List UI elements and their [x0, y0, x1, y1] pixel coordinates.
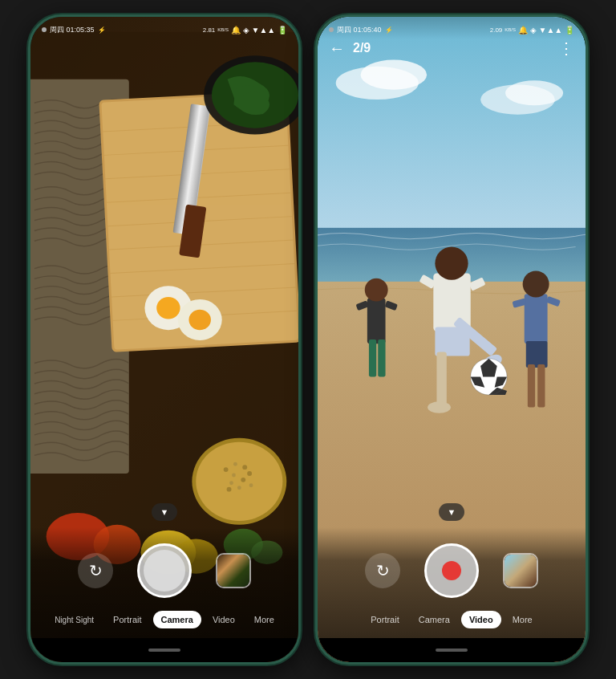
svg-point-46	[505, 80, 563, 105]
svg-point-31	[247, 471, 252, 476]
camera-controls-right: ↻ Portrait Camera Video More	[318, 527, 586, 638]
tab-camera-right[interactable]: Camera	[411, 611, 458, 628]
home-indicator-left	[148, 649, 180, 652]
status-time: 周四 01:05:35	[50, 25, 95, 35]
status-icon-bolt: ⚡	[98, 26, 106, 34]
svg-point-27	[242, 465, 247, 470]
camera-ui-right: ▼ ↻	[318, 503, 586, 662]
svg-point-32	[237, 486, 241, 490]
svg-point-20	[156, 297, 180, 319]
svg-rect-67	[528, 364, 535, 408]
svg-point-44	[361, 60, 427, 90]
tab-portrait-right[interactable]: Portrait	[363, 611, 407, 628]
svg-rect-51	[369, 340, 376, 376]
gallery-thumbnail-right[interactable]	[503, 553, 538, 588]
nav-bar-right	[318, 638, 586, 662]
tab-video[interactable]: Video	[205, 611, 243, 628]
photo-count: 2/9	[353, 41, 550, 55]
tab-video-right[interactable]: Video	[461, 611, 501, 628]
status-speed: 2.81	[203, 26, 216, 34]
mode-tabs-left: Night Sight Portrait Camera Video More	[30, 611, 298, 632]
svg-point-30	[229, 481, 233, 485]
camera-ui-left: ▼ ↻	[30, 503, 298, 662]
svg-point-29	[241, 478, 245, 482]
more-options-button[interactable]: ⋮	[558, 39, 574, 58]
svg-rect-64	[525, 294, 548, 344]
svg-point-22	[188, 310, 211, 331]
svg-point-26	[233, 462, 237, 466]
svg-point-65	[523, 270, 549, 297]
svg-point-25	[224, 467, 229, 472]
status-speed-unit: KB/S	[217, 27, 229, 32]
mode-tabs-right: Portrait Camera Video More	[318, 611, 586, 632]
svg-point-33	[227, 487, 232, 492]
status-icons: 🔔 ◈ ▼▲▲ 🔋	[231, 26, 287, 35]
right-phone: 周四 01:05:40 ⚡ 2.09 KB/S 🔔 ◈ ▼▲▲ 🔋 ← 2/9 …	[315, 14, 588, 665]
tab-night-sight[interactable]: Night Sight	[47, 612, 102, 628]
svg-point-28	[232, 474, 236, 478]
back-button[interactable]: ←	[329, 39, 345, 58]
flip-camera-button-right[interactable]: ↻	[365, 553, 400, 588]
svg-rect-60	[436, 352, 446, 409]
tab-camera[interactable]: Camera	[153, 611, 201, 628]
shutter-button[interactable]	[137, 543, 192, 598]
svg-point-61	[428, 401, 451, 413]
home-indicator-right	[436, 649, 468, 652]
tab-more-right[interactable]: More	[505, 611, 541, 628]
svg-rect-52	[378, 340, 385, 376]
flip-camera-button[interactable]: ↻	[78, 553, 113, 588]
record-button[interactable]	[424, 543, 479, 598]
collapse-button-right[interactable]: ▼	[439, 503, 464, 521]
nav-bar-left	[30, 638, 298, 662]
camera-controls-left: ↻ Night Sight Portrait Camera	[30, 527, 298, 638]
left-phone: 周四 01:05:35 ⚡ 2.81 KB/S 🔔 ◈ ▼▲▲ 🔋 ▼ ↻	[28, 14, 301, 665]
status-indicator	[42, 27, 47, 32]
tab-portrait[interactable]: Portrait	[105, 611, 149, 628]
tab-more[interactable]: More	[246, 611, 282, 628]
svg-point-34	[249, 483, 253, 487]
shutter-row-right: ↻	[318, 543, 586, 598]
svg-point-56	[435, 247, 468, 280]
gallery-thumbnail[interactable]	[216, 553, 251, 588]
status-bar-left: 周四 01:05:35 ⚡ 2.81 KB/S 🔔 ◈ ▼▲▲ 🔋	[30, 17, 298, 39]
shutter-row-left: ↻	[30, 543, 298, 598]
svg-rect-49	[367, 298, 386, 344]
svg-point-50	[365, 279, 388, 302]
svg-rect-68	[537, 364, 545, 408]
collapse-button[interactable]: ▼	[152, 503, 177, 521]
svg-rect-66	[526, 341, 548, 368]
photo-header: ← 2/9 ⋮	[318, 17, 586, 57]
